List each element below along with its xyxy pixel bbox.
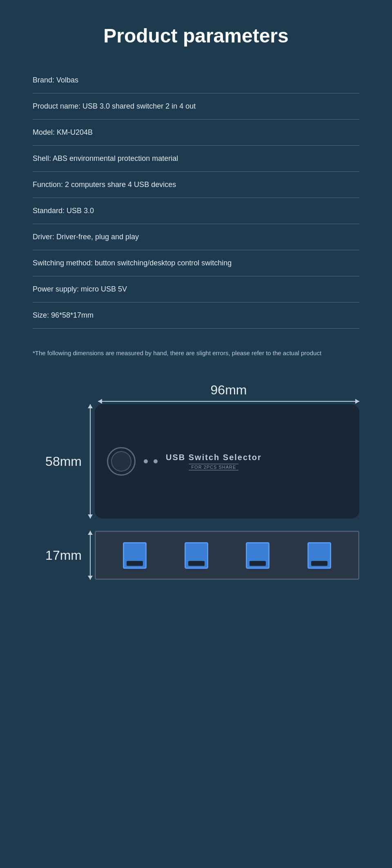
param-row: Product name: USB 3.0 shared switcher 2 … — [33, 93, 359, 120]
usb-pins-2 — [188, 561, 205, 566]
height-arrow — [90, 404, 91, 519]
page-container: Product parameters Brand: Volbas Product… — [0, 0, 392, 868]
usb-port-2 — [185, 542, 208, 569]
usb-pins-4 — [311, 561, 327, 566]
param-row: Power supply: micro USB 5V — [33, 276, 359, 303]
param-row: Driver: Driver-free, plug and play — [33, 224, 359, 250]
param-row: Function: 2 computers share 4 USB device… — [33, 172, 359, 198]
param-row: Standard: USB 3.0 — [33, 198, 359, 224]
usb-port-3 — [246, 542, 270, 569]
width-arrow-line — [98, 401, 359, 402]
param-row: Switching method: button switching/deskt… — [33, 250, 359, 276]
usb-pins-3 — [249, 561, 266, 566]
device-label-area: USB Switch Selector FOR 2PCS SHARE — [166, 453, 262, 470]
side-view-section: 17mm — [33, 531, 359, 580]
note-text: *The following dimensions are measured b… — [33, 345, 359, 358]
led-2 — [154, 459, 158, 463]
param-row: Shell: ABS environmental protection mate… — [33, 146, 359, 172]
led-1 — [144, 459, 148, 463]
param-row: Model: KM-U204B — [33, 120, 359, 146]
width-arrow — [33, 401, 359, 402]
device-top-view: USB Switch Selector FOR 2PCS SHARE — [95, 404, 359, 519]
usb-pins-1 — [127, 561, 143, 566]
top-view-row: 58mm USB Switch Selector FOR 2PCS SHARE — [33, 404, 359, 519]
height-label-col: 58mm — [33, 454, 90, 469]
device-brand: USB Switch Selector — [166, 453, 262, 462]
v-arrow-line — [90, 404, 91, 519]
device-button — [107, 447, 136, 476]
usb-port-4 — [307, 542, 331, 569]
device-side-view — [95, 531, 359, 580]
depth-label: 17mm — [45, 548, 82, 563]
dimension-section: 96mm 58mm USB Switch Selector — [33, 383, 359, 580]
page-title: Product parameters — [33, 24, 359, 47]
param-row: Brand: Volbas — [33, 67, 359, 93]
depth-arrow — [90, 531, 91, 580]
depth-label-col: 17mm — [33, 548, 90, 563]
height-label: 58mm — [45, 454, 82, 469]
usb-port-1 — [123, 542, 147, 569]
side-v-arrow-line — [90, 531, 91, 580]
device-subtitle: FOR 2PCS SHARE — [189, 464, 238, 470]
parameters-section: Brand: Volbas Product name: USB 3.0 shar… — [33, 67, 359, 329]
device-leds — [144, 459, 158, 463]
width-label: 96mm — [33, 383, 359, 398]
param-row: Size: 96*58*17mm — [33, 303, 359, 329]
device-button-inner — [111, 451, 131, 472]
